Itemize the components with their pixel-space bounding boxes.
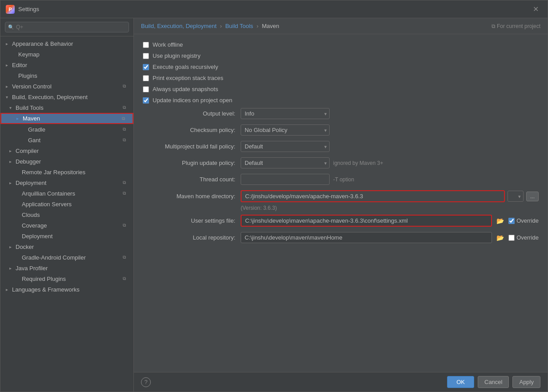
window-title: Settings [18, 6, 529, 12]
sidebar-item-deployment[interactable]: Deployment ⧉ [0, 177, 133, 188]
arrow-icon [9, 266, 16, 271]
execute-goals-label[interactable]: Execute goals recursively [153, 64, 218, 70]
copy-icon: ⧉ [123, 191, 130, 196]
search-icon: 🔍 [8, 24, 14, 30]
close-button[interactable]: ✕ [529, 3, 542, 15]
sidebar-item-keymap[interactable]: Keymap [0, 49, 133, 60]
use-plugin-registry-row: Use plugin registry [143, 52, 539, 59]
sidebar-item-version-control[interactable]: Version Control ⧉ [0, 81, 133, 92]
breadcrumb-part-2[interactable]: Build Tools [225, 23, 253, 29]
local-repo-folder-button[interactable]: 📂 [495, 233, 506, 242]
sidebar-item-label: Gradle-Android Compiler [16, 254, 123, 261]
maven-home-dropdown[interactable] [508, 191, 524, 202]
search-box: 🔍 [0, 18, 133, 36]
help-button[interactable]: ? [141, 377, 151, 387]
plugin-update-row: Plugin update policy: Default Always Nev… [143, 157, 539, 168]
sidebar-item-debugger[interactable]: Debugger [0, 156, 133, 167]
sidebar-item-compiler[interactable]: Compiler [0, 145, 133, 156]
checksum-policy-label: Checksum policy: [143, 127, 241, 133]
sidebar-item-label: Plugins [12, 72, 130, 79]
sidebar-item-editor[interactable]: Editor [0, 60, 133, 70]
sidebar-item-label: Gradle [22, 126, 123, 133]
sidebar-item-label: Remote Jar Repositories [16, 169, 130, 176]
output-level-row: Output level: Info Debug Warn Error [143, 108, 539, 119]
local-repo-override-label: Override [516, 234, 539, 241]
user-settings-override-checkbox[interactable] [508, 218, 515, 224]
sidebar-item-label: Appearance & Behavior [12, 40, 130, 47]
plugin-update-dropdown[interactable]: Default Always Never Interval: [241, 157, 330, 168]
for-current-project: ⧉ For current project [492, 23, 540, 29]
thread-count-input[interactable] [241, 174, 330, 185]
print-exception-label[interactable]: Print exception stack traces [153, 75, 223, 81]
sidebar-item-label: Debugger [16, 158, 130, 165]
sidebar-item-coverage[interactable]: Coverage ⧉ [0, 220, 133, 231]
cancel-button[interactable]: Cancel [478, 376, 509, 388]
sidebar-item-label: Docker [16, 244, 130, 250]
output-level-dropdown[interactable]: Info Debug Warn Error [241, 108, 330, 119]
sidebar-item-label: Maven [23, 115, 122, 122]
user-settings-folder-button[interactable]: 📂 [495, 216, 506, 225]
search-input[interactable] [5, 22, 129, 32]
bottom-bar: ? OK Cancel Apply [134, 372, 548, 392]
sidebar-item-java-profiler[interactable]: Java Profiler [0, 263, 133, 273]
maven-home-input[interactable] [241, 190, 505, 202]
always-update-checkbox[interactable] [143, 86, 149, 92]
sidebar-item-remote-jar-repos[interactable]: Remote Jar Repositories [0, 167, 133, 177]
work-offline-checkbox[interactable] [143, 42, 149, 48]
sidebar-item-build-tools[interactable]: Build Tools ⧉ [0, 102, 133, 113]
use-plugin-registry-label[interactable]: Use plugin registry [153, 52, 201, 59]
sidebar-item-gradle[interactable]: Gradle ⧉ [0, 124, 133, 135]
sidebar-item-required-plugins[interactable]: Required Plugins ⧉ [0, 273, 133, 284]
local-repo-input[interactable] [241, 232, 492, 243]
sidebar-item-gant[interactable]: Gant ⧉ [0, 135, 133, 145]
sidebar-item-languages-frameworks[interactable]: Languages & Frameworks [0, 284, 133, 295]
sidebar-item-appearance[interactable]: Appearance & Behavior [0, 38, 133, 49]
sidebar-item-clouds[interactable]: Clouds [0, 209, 133, 220]
checksum-policy-row: Checksum policy: No Global Policy Fail W… [143, 124, 539, 136]
user-settings-input[interactable] [241, 215, 492, 227]
update-indices-label[interactable]: Update indices on project open [153, 97, 232, 104]
execute-goals-row: Execute goals recursively [143, 64, 539, 70]
sidebar-item-application-servers[interactable]: Application Servers [0, 199, 133, 209]
copy-icon: ⧉ [123, 137, 130, 143]
sidebar-item-maven[interactable]: ▸ Maven ⧉ [0, 113, 133, 124]
copy-icon: ⧉ [123, 84, 130, 89]
local-repo-override-checkbox[interactable] [508, 235, 515, 241]
sidebar-item-deployment2[interactable]: Deployment [0, 231, 133, 241]
multiproject-build-dropdown[interactable]: Default Fail at end Never fail [241, 141, 330, 152]
copy-icon: ⧉ [123, 223, 130, 228]
thread-count-note: -T option [333, 176, 354, 183]
apply-button[interactable]: Apply [512, 376, 540, 388]
work-offline-label[interactable]: Work offline [153, 41, 183, 48]
sidebar-item-label: Deployment [16, 180, 123, 186]
breadcrumb-part-1[interactable]: Build, Execution, Deployment [141, 23, 217, 29]
sidebar-item-label: Deployment [16, 233, 130, 240]
sidebar: 🔍 Appearance & Behavior Keymap [0, 18, 134, 392]
use-plugin-registry-checkbox[interactable] [143, 53, 149, 59]
user-settings-override-label: Override [516, 217, 539, 224]
checksum-policy-dropdown[interactable]: No Global Policy Fail Warn [241, 124, 330, 136]
sidebar-item-plugins[interactable]: Plugins [0, 70, 133, 81]
maven-home-browse-button[interactable]: ... [526, 192, 539, 201]
update-indices-checkbox[interactable] [143, 97, 149, 104]
print-exception-checkbox[interactable] [143, 75, 149, 81]
execute-goals-checkbox[interactable] [143, 64, 149, 70]
copy-icon: ⧉ [123, 180, 130, 185]
bottom-left: ? [141, 377, 151, 387]
always-update-label[interactable]: Always update snapshots [153, 86, 218, 92]
sidebar-item-gradle-android[interactable]: Gradle-Android Compiler ⧉ [0, 252, 133, 263]
local-repo-row: Local repository: 📂 Override [143, 232, 539, 243]
app-icon: P [6, 5, 15, 14]
maven-home-label: Maven home directory: [143, 193, 241, 200]
arrow-icon [9, 180, 16, 185]
sidebar-item-label: Arquillian Containers [16, 190, 123, 197]
sidebar-item-build-exec-deploy[interactable]: Build, Execution, Deployment [0, 92, 133, 102]
local-repo-label: Local repository: [143, 234, 241, 241]
sidebar-item-docker[interactable]: Docker [0, 241, 133, 252]
arrow-icon [6, 95, 12, 100]
always-update-row: Always update snapshots [143, 86, 539, 92]
ok-button[interactable]: OK [447, 376, 474, 388]
sidebar-item-arquillian[interactable]: Arquillian Containers ⧉ [0, 188, 133, 199]
maven-home-dropdown-container [508, 191, 524, 202]
update-indices-row: Update indices on project open [143, 97, 539, 104]
